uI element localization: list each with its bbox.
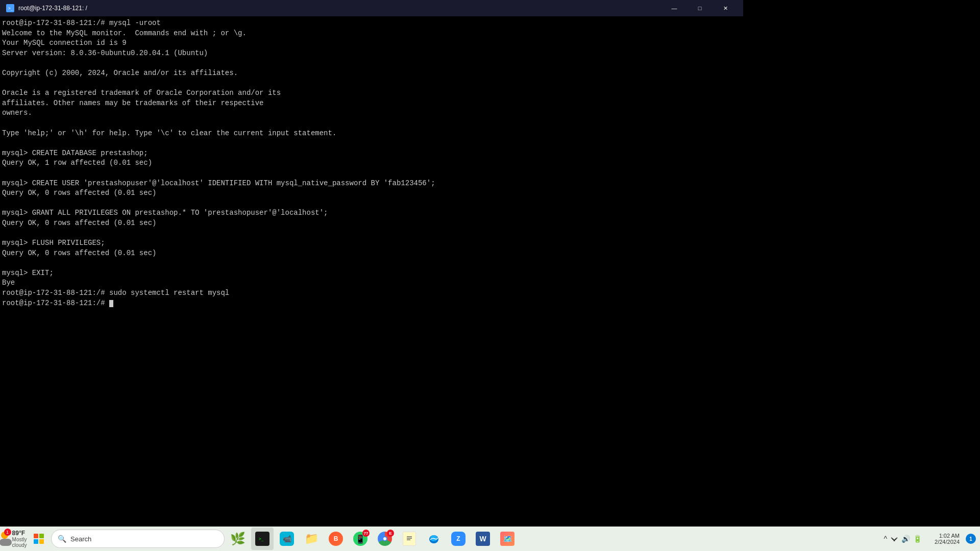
volume-icon[interactable]: 🔊 <box>901 535 910 543</box>
terminal-text: root@ip-172-31-88-121:/# mysql -uroot We… <box>2 18 741 308</box>
chrome-icon[interactable]: E <box>374 528 396 550</box>
battery-icon[interactable]: 🔋 <box>913 535 922 543</box>
file-manager-icon[interactable]: 📁 <box>300 528 323 550</box>
svg-text:>_: >_ <box>8 6 13 11</box>
weather-info: 89°F Mostly cloudy <box>12 530 33 548</box>
edge-app-icon <box>427 532 441 546</box>
weather-desc: Mostly cloudy <box>12 537 33 548</box>
edge-icon[interactable] <box>423 528 445 550</box>
svg-point-10 <box>894 540 895 541</box>
svg-rect-4 <box>406 535 413 543</box>
title-bar-left: >_ root@ip-172-31-88-121: / <box>6 4 87 12</box>
close-button[interactable]: ✕ <box>714 0 737 16</box>
whatsapp-icon[interactable]: 📱 77 <box>349 528 372 550</box>
plant-icon: 🌿 <box>230 532 246 546</box>
search-icon: 🔍 <box>58 535 66 543</box>
minimize-button[interactable]: — <box>663 0 686 16</box>
window-controls: — □ ✕ <box>663 0 737 16</box>
system-tray: ^ 🔊 🔋 <box>879 534 926 544</box>
notification-count: 1 <box>969 536 972 542</box>
clock[interactable]: 1:02 AM 2/24/2024 <box>928 533 964 545</box>
weather-badge: 1 <box>4 529 11 536</box>
terminal-app-icon[interactable]: >_ <box>251 528 274 550</box>
clock-date: 2/24/2024 <box>935 539 960 545</box>
wifi-icon[interactable] <box>890 534 898 544</box>
title-bar: >_ root@ip-172-31-88-121: / — □ ✕ <box>0 0 743 16</box>
video-icon: 📹 <box>280 532 294 546</box>
folder-icon: 📁 <box>305 532 318 545</box>
maps-icon[interactable]: 🗺️ <box>496 528 519 550</box>
terminal-title-icon: >_ <box>6 4 14 12</box>
weather-widget[interactable]: 1 89°F Mostly cloudy <box>4 528 27 550</box>
search-label: Search <box>70 535 91 543</box>
zoom-icon[interactable]: Z <box>447 528 470 550</box>
tray-overflow-icon[interactable]: ^ <box>884 535 887 543</box>
maps-app-icon: 🗺️ <box>500 532 514 546</box>
weather-temp: 89°F <box>12 530 33 537</box>
maximize-button[interactable]: □ <box>688 0 712 16</box>
terminal-icon: >_ <box>255 532 270 546</box>
clock-time: 1:02 AM <box>939 533 960 539</box>
notes-app-icon <box>403 532 416 546</box>
word-icon[interactable]: W <box>472 528 494 550</box>
window-title: root@ip-172-31-88-121: / <box>18 5 87 12</box>
brave-browser-icon[interactable]: B <box>325 528 347 550</box>
video-app-icon[interactable]: 📹 <box>276 528 298 550</box>
windows-logo-icon <box>34 534 44 544</box>
notes-icon[interactable] <box>398 528 421 550</box>
word-app-icon: W <box>476 532 490 546</box>
notification-center[interactable]: 1 <box>966 534 976 544</box>
whatsapp-badge: 77 <box>362 530 370 537</box>
brave-icon: B <box>329 532 343 546</box>
search-bar[interactable]: 🔍 Search <box>51 530 225 548</box>
svg-text:>_: >_ <box>259 537 264 541</box>
terminal-output[interactable]: root@ip-172-31-88-121:/# mysql -uroot We… <box>0 16 743 422</box>
taskbar: 1 89°F Mostly cloudy 🔍 Search 🌿 >_ <box>0 527 980 551</box>
plant-widget-app[interactable]: 🌿 <box>227 528 249 550</box>
chrome-badge: E <box>387 530 394 537</box>
zoom-app-icon: Z <box>451 532 465 546</box>
terminal-window: >_ root@ip-172-31-88-121: / — □ ✕ root@i… <box>0 0 743 422</box>
